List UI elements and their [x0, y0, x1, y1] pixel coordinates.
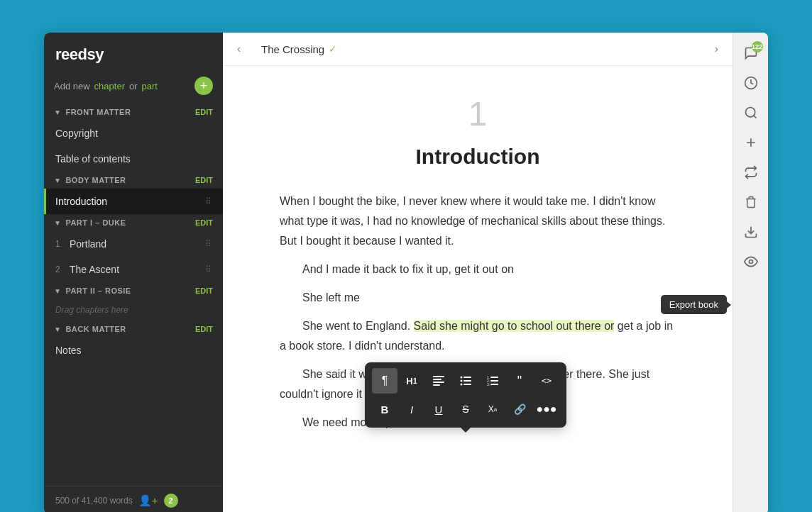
toolbar-caret [461, 428, 471, 433]
paragraph-3[interactable]: She left me [280, 288, 676, 308]
introduction-label: Introduction [55, 196, 107, 207]
drag-chapters-here: Drag chapters here [44, 299, 223, 321]
part1-edit[interactable]: EDIT [195, 218, 213, 227]
format-toolbar: ¶ H1 [365, 362, 566, 428]
item1-label: Portland [70, 238, 106, 250]
heading1-button[interactable]: H1 [399, 368, 424, 394]
highlighted-text: Said she might go to school out there or [414, 320, 615, 332]
front-matter-chevron: ▼ [54, 108, 61, 116]
sidebar-item-ascent[interactable]: 2 The Ascent ⠿ [44, 257, 223, 282]
sidebar-footer: 500 of 41,400 words 👤+ 2 [44, 486, 223, 512]
svg-point-22 [749, 260, 752, 264]
drag-handle-portland: ⠿ [205, 239, 212, 249]
editor-topbar: ‹ The Crossing ✓ › [223, 33, 733, 66]
align-button[interactable] [426, 368, 451, 394]
paragraph-1[interactable]: When I bought the bike, I never knew whe… [280, 191, 676, 251]
svg-point-4 [461, 377, 463, 379]
export-tooltip: Export book [661, 295, 727, 314]
part2-header: ▼ PART II – Rosie EDIT [44, 282, 223, 299]
check-icon: ✓ [329, 43, 337, 55]
svg-rect-0 [433, 376, 444, 377]
svg-rect-11 [490, 377, 498, 378]
part2-edit[interactable]: EDIT [195, 286, 213, 295]
strikethrough-button[interactable]: S [453, 396, 478, 422]
right-sidebar: 122 [733, 33, 768, 512]
app-logo: reedsy [44, 33, 223, 72]
add-new-row: Add new chapter or part + [44, 72, 223, 104]
add-new-label: Add new [54, 81, 90, 91]
italic-button[interactable]: I [399, 396, 424, 422]
svg-line-18 [753, 116, 756, 118]
more-button[interactable]: ●●● [534, 396, 559, 422]
paragraph-4[interactable]: She went to England. Said she might go t… [280, 316, 676, 356]
blockquote-button[interactable]: " [507, 368, 532, 394]
comments-icon[interactable]: 122 [737, 40, 764, 67]
back-matter-label: BACK MATTER [65, 325, 126, 333]
add-icon[interactable] [737, 129, 764, 156]
toolbar-row-1: ¶ H1 [372, 368, 559, 394]
part2-chevron: ▼ [54, 287, 61, 295]
front-matter-edit[interactable]: EDIT [195, 108, 213, 116]
fork-icon[interactable] [737, 159, 764, 186]
svg-rect-1 [433, 379, 441, 380]
body-matter-label: BODY MATTER [65, 176, 126, 184]
nav-back-arrow[interactable]: ‹ [237, 43, 254, 55]
chapter-link[interactable]: chapter [94, 81, 125, 91]
collaborators-badge: 2 [164, 494, 178, 508]
paragraph-button[interactable]: ¶ [372, 368, 397, 394]
sidebar-item-toc[interactable]: Table of contents [44, 146, 223, 172]
preview-icon[interactable] [737, 248, 764, 275]
svg-point-6 [461, 380, 463, 382]
item2-num: 2 [55, 265, 65, 274]
body-matter-edit[interactable]: EDIT [195, 176, 213, 184]
back-matter-header: ▼ BACK MATTER EDIT [44, 321, 223, 338]
history-icon[interactable] [737, 69, 764, 96]
drag-handle-ascent: ⠿ [205, 265, 212, 274]
delete-icon[interactable] [737, 189, 764, 216]
bold-button[interactable]: B [372, 396, 397, 422]
collaborators-icon[interactable]: 👤+ [138, 494, 158, 507]
body-matter-chevron: ▼ [54, 177, 61, 184]
sidebar-item-introduction[interactable]: Introduction ⠿ [44, 189, 223, 214]
svg-rect-9 [463, 384, 471, 385]
svg-text:3.: 3. [487, 382, 490, 386]
svg-point-8 [461, 384, 463, 386]
export-icon[interactable] [737, 218, 764, 245]
svg-rect-15 [490, 384, 498, 385]
paragraph-2[interactable]: And I made it back to fix it up, get it … [280, 260, 676, 279]
search-icon[interactable] [737, 99, 764, 126]
back-matter-chevron: ▼ [54, 325, 61, 333]
front-matter-label: FRONT MATTER [65, 108, 131, 116]
back-matter-edit[interactable]: EDIT [195, 325, 213, 333]
link-button[interactable]: 🔗 [507, 396, 532, 422]
sidebar-item-copyright[interactable]: Copyright [44, 121, 223, 146]
item2-label: The Ascent [70, 264, 119, 275]
toolbar-row-2: B I U S Xa 🔗 ●●● [372, 396, 559, 422]
unordered-list-button[interactable] [453, 368, 478, 394]
svg-rect-2 [433, 382, 444, 383]
sidebar-item-portland[interactable]: 1 Portland ⠿ [44, 231, 223, 257]
sidebar-item-notes[interactable]: Notes [44, 338, 223, 363]
or-text: or [129, 81, 138, 91]
add-button[interactable]: + [194, 77, 213, 95]
chapter-number: 1 [280, 94, 676, 133]
underline-button[interactable]: U [426, 396, 451, 422]
nav-forward-arrow[interactable]: › [715, 43, 718, 55]
body-matter-header: ▼ BODY MATTER EDIT [44, 172, 223, 189]
svg-rect-13 [490, 380, 498, 382]
chapter-title-bar: The Crossing ✓ [261, 43, 337, 55]
code-button[interactable]: <> [534, 368, 559, 394]
front-matter-header: ▼ FRONT MATTER EDIT [44, 104, 223, 121]
drag-handle-introduction: ⠿ [205, 196, 212, 206]
app-container: reedsy Add new chapter or part + ▼ FRONT… [44, 33, 768, 512]
word-count: 500 of 41,400 words [55, 496, 133, 506]
editor-content[interactable]: 1 Introduction When I bought the bike, I… [223, 66, 733, 512]
superscript-button[interactable]: Xa [480, 396, 505, 422]
svg-rect-3 [433, 384, 440, 386]
part-link[interactable]: part [142, 81, 158, 91]
part2-label: PART II – Rosie [65, 286, 131, 295]
part1-header: ▼ PART I – Duke EDIT [44, 214, 223, 231]
svg-point-17 [745, 108, 755, 117]
ordered-list-button[interactable]: 1. 2. 3. [480, 368, 505, 394]
editor-area: ‹ The Crossing ✓ › 1 Introduction When I… [223, 33, 733, 512]
